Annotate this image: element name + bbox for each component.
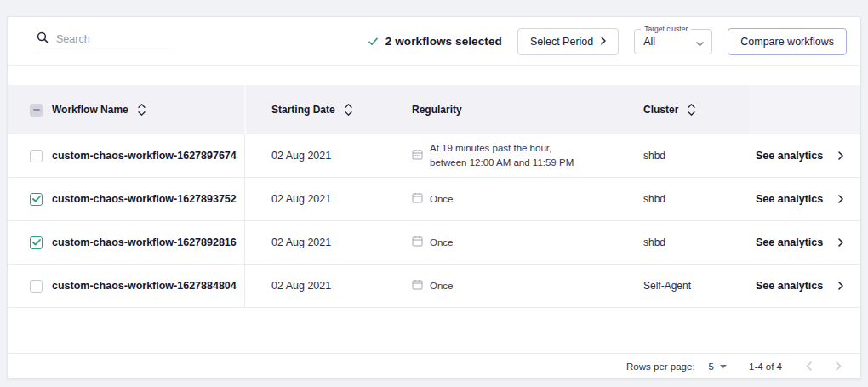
chevron-left-icon <box>806 361 812 371</box>
search-input[interactable] <box>56 33 158 45</box>
table-header: Workflow Name Starting Date Regularity C… <box>8 85 860 134</box>
selected-workflows-text: 2 workflows selected <box>385 35 502 48</box>
target-cluster-select[interactable]: Target cluster All <box>634 29 712 54</box>
workflow-name: custom-chaos-workflow-1627892816 <box>52 236 245 248</box>
select-all-cell <box>8 104 52 117</box>
column-header-workflow-name: Workflow Name <box>52 104 245 116</box>
column-divider <box>244 134 245 308</box>
row-checkbox[interactable] <box>30 280 43 293</box>
toolbar-actions: 2 workflows selected Select Period Targe… <box>368 28 847 55</box>
sort-workflow-name[interactable] <box>138 104 146 116</box>
chevron-up-icon <box>345 104 352 108</box>
calendar-icon <box>412 278 423 293</box>
row-checkbox[interactable] <box>30 236 43 249</box>
table-row: custom-chaos-workflow-1627893752 02 Aug … <box>8 178 860 221</box>
select-period-label: Select Period <box>530 36 593 48</box>
chevron-up-icon <box>688 104 695 108</box>
see-analytics-label: See analytics <box>756 236 823 248</box>
table-row: custom-chaos-workflow-1627884804 02 Aug … <box>8 265 860 308</box>
column-header-actions <box>749 85 860 134</box>
chevron-right-icon <box>601 36 606 48</box>
check-icon <box>368 34 378 49</box>
table-row: custom-chaos-workflow-1627897674 02 Aug … <box>8 134 860 178</box>
compare-workflows-button[interactable]: Compare workflows <box>728 28 847 55</box>
see-analytics-label: See analytics <box>756 193 823 205</box>
chevron-right-icon <box>838 191 843 207</box>
search-input-wrapper[interactable] <box>35 28 171 54</box>
calendar-icon <box>412 235 423 250</box>
regularity-cell: Once <box>405 191 643 207</box>
caret-down-icon <box>720 365 727 368</box>
rows-per-page-select[interactable]: 5 <box>709 361 727 372</box>
workflow-name: custom-chaos-workflow-1627893752 <box>52 193 245 205</box>
selected-workflows-summary: 2 workflows selected <box>368 34 502 49</box>
see-analytics-label: See analytics <box>756 280 823 292</box>
column-divider <box>244 85 246 134</box>
calendar-icon <box>412 191 423 207</box>
chevron-right-icon <box>838 235 843 250</box>
starting-date: 02 Aug 2021 <box>245 150 405 162</box>
workflow-name: custom-chaos-workflow-1627884804 <box>52 280 245 292</box>
chevron-right-icon <box>836 361 842 371</box>
column-label: Starting Date <box>271 104 335 116</box>
column-header-regularity: Regularity <box>405 104 643 116</box>
chevron-right-icon <box>838 278 843 293</box>
regularity-text: Once <box>430 192 454 207</box>
regularity-text: Once <box>430 236 454 250</box>
toolbar: 2 workflows selected Select Period Targe… <box>8 17 860 66</box>
chevron-down-icon <box>345 111 352 116</box>
regularity-cell: Once <box>405 278 643 293</box>
cluster-name: shbd <box>643 150 749 162</box>
check-icon <box>32 196 41 202</box>
rows-per-page-value: 5 <box>709 361 714 372</box>
starting-date: 02 Aug 2021 <box>245 193 405 205</box>
starting-date: 02 Aug 2021 <box>245 280 405 292</box>
chevron-right-icon <box>838 148 843 163</box>
sort-cluster[interactable] <box>688 104 695 116</box>
column-header-starting-date: Starting Date <box>245 104 405 116</box>
row-checkbox[interactable] <box>30 193 43 206</box>
chevron-down-icon <box>688 111 695 116</box>
select-all-checkbox[interactable] <box>30 104 43 117</box>
page-range-label: 1-4 of 4 <box>749 361 782 372</box>
pagination-footer: Rows per page: 5 1-4 of 4 <box>8 353 860 378</box>
calendar-icon <box>412 148 423 163</box>
column-label: Cluster <box>643 104 678 116</box>
search-icon <box>37 31 49 47</box>
chevron-down-icon <box>138 111 146 116</box>
regularity-text: Once <box>430 279 454 293</box>
previous-page-button[interactable] <box>806 361 812 371</box>
regularity-cell: At 19 minutes past the hour, between 12:… <box>405 141 643 169</box>
next-page-button[interactable] <box>836 361 842 371</box>
regularity-cell: Once <box>405 235 643 250</box>
see-analytics-label: See analytics <box>756 150 823 162</box>
cluster-name: shbd <box>643 193 749 205</box>
workflow-comparison-card: 2 workflows selected Select Period Targe… <box>7 16 861 379</box>
target-cluster-label: Target cluster <box>641 25 691 33</box>
cluster-name: Self-Agent <box>643 280 749 292</box>
row-checkbox[interactable] <box>30 150 43 162</box>
see-analytics-link[interactable]: See analytics <box>749 235 860 250</box>
sort-starting-date[interactable] <box>345 104 352 116</box>
caret-down-icon <box>696 34 704 49</box>
table-row: custom-chaos-workflow-1627892816 02 Aug … <box>8 221 860 265</box>
see-analytics-link[interactable]: See analytics <box>749 148 860 163</box>
select-period-button[interactable]: Select Period <box>517 28 619 55</box>
cluster-name: shbd <box>643 236 749 248</box>
column-label: Workflow Name <box>52 104 128 116</box>
compare-workflows-label: Compare workflows <box>740 36 834 48</box>
starting-date: 02 Aug 2021 <box>245 236 405 248</box>
see-analytics-link[interactable]: See analytics <box>749 191 860 207</box>
rows-per-page-label: Rows per page: <box>626 361 695 372</box>
column-header-cluster: Cluster <box>643 104 749 116</box>
workflow-name: custom-chaos-workflow-1627897674 <box>52 150 245 162</box>
see-analytics-link[interactable]: See analytics <box>749 278 860 293</box>
regularity-text: At 19 minutes past the hour, between 12:… <box>430 141 574 169</box>
chevron-up-icon <box>138 104 146 108</box>
check-icon <box>32 239 41 246</box>
column-label: Regularity <box>412 104 462 116</box>
target-cluster-value: All <box>643 36 655 48</box>
